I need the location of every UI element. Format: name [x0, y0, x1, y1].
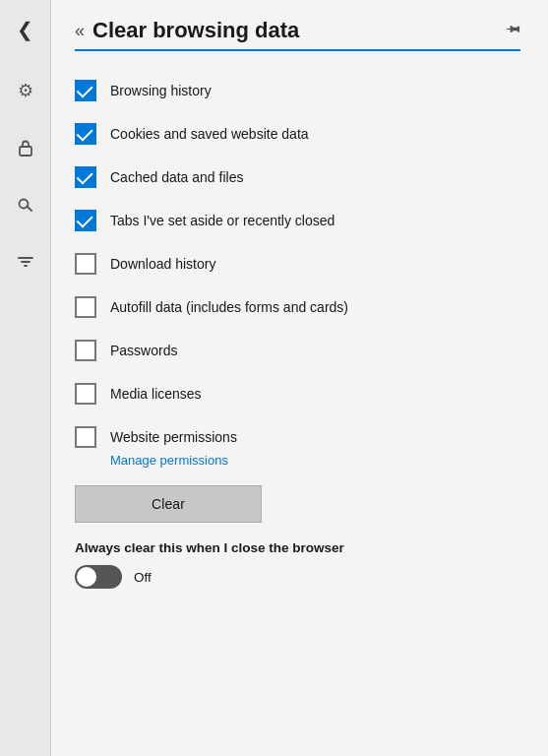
clear-button[interactable]: Clear: [75, 485, 262, 523]
sidebar: ❮ ⚙: [0, 0, 51, 756]
page-title: Clear browsing data: [92, 18, 299, 43]
checkbox-autofill[interactable]: Autofill data (includes forms and cards): [75, 285, 520, 329]
checkbox-cached-data-box[interactable]: [75, 166, 96, 188]
checkbox-download-history-box[interactable]: [75, 253, 96, 275]
main-content: « Clear browsing data Browsing history C…: [51, 0, 548, 756]
svg-rect-0: [20, 147, 31, 156]
checkbox-media-licenses-box[interactable]: [75, 383, 96, 405]
checkbox-browsing-history[interactable]: Browsing history: [75, 69, 520, 112]
always-clear-label: Always clear this when I close the brows…: [75, 540, 520, 555]
lock-icon[interactable]: [8, 130, 43, 165]
always-clear-toggle[interactable]: [75, 565, 122, 589]
checkbox-website-permissions-box[interactable]: [75, 426, 96, 448]
sidebar-back-icon[interactable]: ❮: [8, 12, 43, 47]
pin-icon[interactable]: [500, 18, 524, 42]
checkbox-tabs-aside-label: Tabs I've set aside or recently closed: [110, 212, 335, 229]
checkbox-browsing-history-label: Browsing history: [110, 82, 212, 99]
toggle-row: Off: [75, 565, 520, 589]
checkbox-passwords[interactable]: Passwords: [75, 329, 520, 372]
checkbox-website-permissions-label: Website permissions: [110, 428, 237, 446]
checkbox-download-history[interactable]: Download history: [75, 242, 520, 285]
checkbox-cached-data[interactable]: Cached data and files: [75, 156, 520, 199]
filter-icon[interactable]: [8, 244, 43, 280]
checkbox-cookies-label: Cookies and saved website data: [110, 125, 309, 143]
checkbox-download-history-label: Download history: [110, 255, 215, 273]
toggle-state-label: Off: [134, 570, 152, 585]
checkbox-media-licenses[interactable]: Media licenses: [75, 372, 520, 415]
toggle-knob: [77, 567, 96, 587]
checkbox-browsing-history-box[interactable]: [75, 80, 96, 101]
key-icon[interactable]: [8, 187, 43, 222]
back-chevron-icon[interactable]: «: [75, 22, 85, 39]
checkbox-tabs-aside[interactable]: Tabs I've set aside or recently closed: [75, 199, 520, 242]
checkbox-tabs-aside-box[interactable]: [75, 210, 96, 231]
checkbox-cookies[interactable]: Cookies and saved website data: [75, 112, 520, 156]
checkbox-cookies-box[interactable]: [75, 123, 96, 145]
checkbox-media-licenses-label: Media licenses: [110, 385, 202, 403]
settings-icon[interactable]: ⚙: [8, 73, 43, 108]
checkbox-cached-data-label: Cached data and files: [110, 168, 243, 186]
header: « Clear browsing data: [75, 18, 520, 43]
header-divider: [75, 49, 520, 51]
checkbox-autofill-box[interactable]: [75, 296, 96, 318]
checkbox-passwords-label: Passwords: [110, 342, 177, 359]
checkbox-autofill-label: Autofill data (includes forms and cards): [110, 298, 348, 316]
checkbox-list: Browsing history Cookies and saved websi…: [75, 69, 520, 459]
checkbox-passwords-box[interactable]: [75, 340, 96, 361]
